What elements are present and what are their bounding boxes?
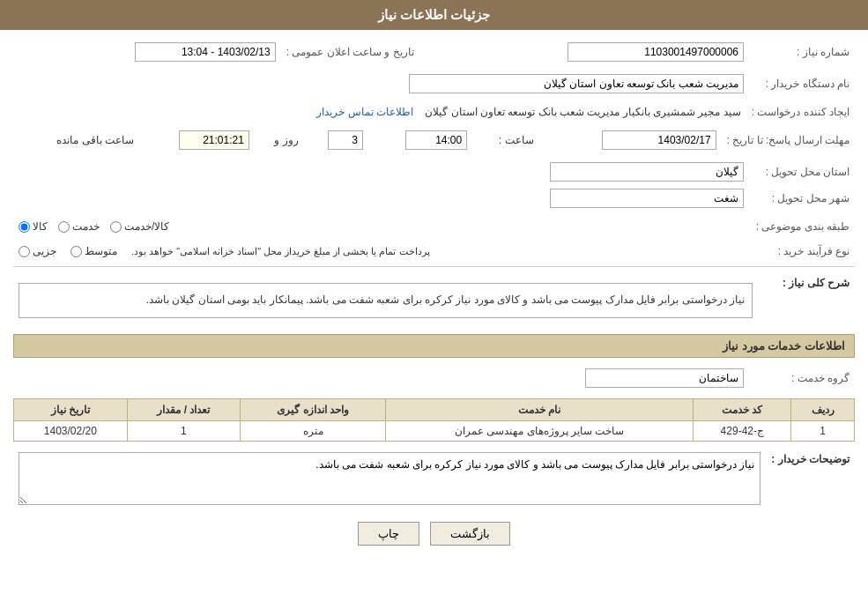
col-date: تاریخ نیاز bbox=[14, 398, 128, 420]
farayand-jozi-label: جزیی bbox=[33, 245, 56, 257]
ostan-label: استان محل تحویل : bbox=[749, 159, 855, 185]
farayand-radios: پرداخت تمام یا بخشی از مبلغ خریداز محل "… bbox=[13, 241, 749, 261]
mohlat-saat-label: ساعت : bbox=[472, 127, 540, 153]
mohlat-date-cell bbox=[541, 127, 722, 153]
ostan-input[interactable] bbox=[550, 162, 744, 182]
col-unit: واحد اندازه گیری bbox=[241, 398, 386, 420]
mohlat-baqi-cell bbox=[137, 127, 255, 153]
farayand-motavasset-label: متوسط bbox=[85, 245, 117, 257]
mohlat-label: مهلت ارسال پاسخ: تا تاریخ : bbox=[722, 127, 855, 153]
farayand-table: نوع فرآیند خرید : پرداخت تمام یا بخشی از… bbox=[13, 241, 855, 261]
location-table: استان محل تحویل : شهر محل تحویل : bbox=[13, 159, 855, 212]
farayand-desc: پرداخت تمام یا بخشی از مبلغ خریداز محل "… bbox=[131, 246, 430, 257]
ijad-konande-label: ایجاد کننده درخواست : bbox=[746, 102, 855, 122]
shomara-niaz-value bbox=[419, 39, 749, 65]
tabaqe-khadamat-radio[interactable] bbox=[58, 221, 70, 233]
cell-radif: 1 bbox=[791, 420, 855, 441]
tabaqe-kala-item: کالا bbox=[19, 220, 48, 233]
ijad-konande-value: سید مجیر شمشیری بانکیار مدیریت شعب بانک … bbox=[13, 102, 746, 122]
cell-unit: متره bbox=[241, 420, 386, 441]
col-count: تعداد / مقدار bbox=[127, 398, 241, 420]
divider-1 bbox=[13, 266, 855, 267]
gorohe-khadamat-input[interactable] bbox=[585, 368, 744, 388]
tarikhe-elan-input[interactable] bbox=[135, 42, 276, 62]
gorohe-khadamat-value bbox=[13, 365, 749, 391]
mohlat-date-input[interactable] bbox=[602, 130, 716, 150]
col-name: نام خدمت bbox=[385, 398, 693, 420]
tabaqe-kala-radio[interactable] bbox=[19, 221, 30, 233]
page-title: جزئیات اطلاعات نیاز bbox=[378, 7, 490, 22]
mohlat-table: مهلت ارسال پاسخ: تا تاریخ : ساعت : روز و… bbox=[13, 127, 855, 153]
sharh-table: شرح کلی نیاز : نیاز درخواستی برابر فایل … bbox=[13, 272, 855, 329]
tozihat-value-cell bbox=[13, 449, 766, 511]
mohlat-rooz-cell bbox=[302, 127, 368, 153]
sharh-desc-cell: نیاز درخواستی برابر فایل مدارک پیوست می … bbox=[13, 272, 758, 329]
table-row: 1 ج-42-429 ساخت سایر پروژه‌های مهندسی عم… bbox=[14, 420, 855, 441]
tozihat-label: توضیحات خریدار : bbox=[766, 449, 855, 511]
tozihat-textarea[interactable] bbox=[19, 452, 760, 505]
farayand-label: نوع فرآیند خرید : bbox=[749, 241, 855, 261]
header-info-table: شماره نیاز : تاریخ و ساعت اعلان عمومی : bbox=[13, 39, 855, 65]
mohlat-rooz-input[interactable] bbox=[328, 130, 363, 150]
button-row: بازگشت چاپ bbox=[13, 522, 855, 546]
ostan-value-cell bbox=[189, 159, 749, 185]
cell-date: 1403/02/20 bbox=[14, 420, 128, 441]
gorohe-khadamat-label: گروه خدمت : bbox=[749, 365, 855, 391]
tabaqe-both-radio[interactable] bbox=[110, 221, 122, 233]
shahr-value-cell bbox=[189, 185, 749, 212]
farayand-jozi-radio[interactable] bbox=[19, 246, 30, 257]
tarikhe-elan-value bbox=[13, 39, 281, 65]
col-code: کد خدمت bbox=[694, 398, 791, 420]
page-container: جزئیات اطلاعات نیاز شماره نیاز : تاریخ و… bbox=[0, 0, 868, 609]
mohlat-baqi-input[interactable] bbox=[179, 130, 249, 150]
dastgah-table: نام دستگاه خریدار : bbox=[13, 71, 855, 97]
shomara-niaz-input[interactable] bbox=[568, 42, 744, 62]
page-header: جزئیات اطلاعات نیاز bbox=[0, 0, 868, 30]
farayand-motavasset-item: متوسط bbox=[70, 245, 117, 257]
ijad-table: ایجاد کننده درخواست : سید مجیر شمشیری با… bbox=[13, 102, 855, 122]
services-table: ردیف کد خدمت نام خدمت واحد اندازه گیری ت… bbox=[13, 398, 855, 442]
sharh-label: شرح کلی نیاز : bbox=[758, 272, 855, 329]
tabaqe-khadamat-label: خدمت bbox=[72, 220, 100, 233]
print-button[interactable]: چاپ bbox=[358, 522, 419, 546]
mohlat-rooz-label: روز و bbox=[255, 127, 302, 153]
nam-dastgah-input[interactable] bbox=[409, 74, 744, 93]
tabaqe-kala-khadamat-item: کالا/خدمت bbox=[110, 220, 169, 233]
tarikhe-elan-label: تاریخ و ساعت اعلان عمومی : bbox=[281, 39, 419, 65]
cell-name: ساخت سایر پروژه‌های مهندسی عمران bbox=[385, 420, 693, 441]
sharh-desc: نیاز درخواستی برابر فایل مدارک پیوست می … bbox=[19, 283, 753, 318]
farayand-motavasset-radio[interactable] bbox=[70, 246, 82, 257]
ijad-konande-text: سید مجیر شمشیری بانکیار مدیریت شعب بانک … bbox=[425, 106, 740, 118]
mohlat-saat-cell bbox=[368, 127, 472, 153]
cell-count: 1 bbox=[127, 420, 241, 441]
tamaas-link[interactable]: اطلاعات تماس خریدار bbox=[316, 106, 413, 118]
shomara-niaz-label: شماره نیاز : bbox=[749, 39, 855, 65]
khadamat-section-title: اطلاعات خدمات مورد نیاز bbox=[13, 334, 855, 358]
tabaqe-label: طبقه بندی موضوعی : bbox=[749, 217, 855, 236]
nam-dastgah-value bbox=[189, 71, 749, 97]
tabaqe-khadamat-item: خدمت bbox=[58, 220, 100, 233]
shahr-label: شهر محل تحویل : bbox=[749, 185, 855, 212]
mohlat-saat-input[interactable] bbox=[405, 130, 467, 150]
tozihat-table: توضیحات خریدار : bbox=[13, 449, 855, 511]
tabaqe-kala-label: کالا bbox=[33, 220, 48, 233]
back-button[interactable]: بازگشت bbox=[430, 522, 510, 546]
nam-dastgah-label: نام دستگاه خریدار : bbox=[749, 71, 855, 97]
col-radif: ردیف bbox=[791, 398, 855, 420]
shahr-input[interactable] bbox=[550, 189, 744, 208]
tabaqe-radios: کالا خدمت کالا/خدمت bbox=[13, 217, 749, 236]
mohlat-baqi-label: ساعت باقی مانده bbox=[13, 127, 137, 153]
tabaqe-table: طبقه بندی موضوعی : کالا خدمت کالا/خدمت bbox=[13, 217, 855, 236]
farayand-jozi-item: جزیی bbox=[19, 245, 56, 257]
tabaqe-kala-khadamat-label: کالا/خدمت bbox=[124, 220, 169, 233]
gorohe-table: گروه خدمت : bbox=[13, 365, 855, 391]
cell-code: ج-42-429 bbox=[694, 420, 791, 441]
content-area: شماره نیاز : تاریخ و ساعت اعلان عمومی : … bbox=[0, 30, 868, 565]
